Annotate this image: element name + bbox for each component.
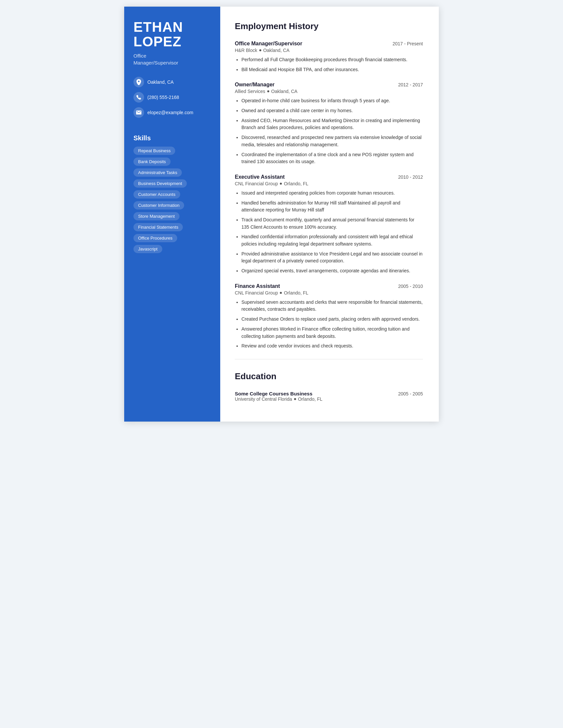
- school-name: University of Central Florida: [235, 396, 292, 402]
- bullet-dot: [267, 90, 269, 92]
- skill-tag: Business Development: [133, 179, 187, 188]
- list-item: Created Purchase Orders to replace used …: [241, 316, 423, 323]
- job-block: Executive Assistant2010 - 2012CNL Financ…: [235, 174, 423, 275]
- job-role: Finance Assistant: [235, 283, 280, 289]
- skill-tag: Customer Accounts: [133, 190, 180, 199]
- edu-school: University of Central Florida Orlando, F…: [235, 396, 423, 402]
- skill-tag: Administrative Tasks: [133, 168, 182, 177]
- education-heading: Education: [235, 371, 423, 384]
- skill-tag: Office Procedures: [133, 234, 177, 242]
- edu-degree: Some College Courses Business: [235, 391, 312, 396]
- last-name: LOPEZ: [133, 34, 181, 49]
- edu-dates: 2005 - 2005: [398, 391, 423, 396]
- main-content: Employment History Office Manager/Superv…: [220, 7, 439, 422]
- list-item: Handled benefits administration for Murr…: [241, 200, 423, 214]
- phone-item: (280) 555-2168: [133, 92, 211, 103]
- list-item: Performed all Full Charge Bookkeeping pr…: [241, 56, 423, 64]
- job-header: Executive Assistant2010 - 2012: [235, 174, 423, 180]
- jobs-container: Office Manager/Supervisor2017 - PresentH…: [235, 41, 423, 350]
- skill-tag: Store Management: [133, 212, 179, 220]
- company-location: Oakland, CA: [271, 89, 298, 94]
- edu-block: Some College Courses Business2005 - 2005…: [235, 391, 423, 402]
- location-item: Oakland, CA: [133, 77, 211, 87]
- skills-list: Repeat BusinessBank DepositsAdministrati…: [133, 147, 211, 253]
- company-location: Oakland, CA: [263, 48, 290, 53]
- list-item: Answered phones Worked in Finance office…: [241, 326, 423, 340]
- list-item: Track and Document monthly, quarterly an…: [241, 216, 423, 231]
- location-text: Oakland, CA: [147, 79, 173, 85]
- skill-tag: Customer Information: [133, 201, 184, 209]
- sidebar: ETHAN LOPEZ Office Manager/Supervisor Oa…: [124, 7, 220, 422]
- skill-tag: Javascript: [133, 245, 162, 253]
- list-item: Handled confidential information profess…: [241, 233, 423, 248]
- bullet-dot: [280, 183, 282, 185]
- job-company: H&R Block Oakland, CA: [235, 48, 423, 53]
- list-item: Organized special events, travel arrange…: [241, 267, 423, 275]
- company-name: CNL Financial Group: [235, 181, 278, 186]
- skill-tag: Repeat Business: [133, 147, 175, 155]
- skills-heading: Skills: [133, 134, 211, 142]
- company-location: Orlando, FL: [284, 181, 308, 186]
- job-company: CNL Financial Group Orlando, FL: [235, 181, 423, 186]
- job-header: Owner/Manager2012 - 2017: [235, 82, 423, 88]
- bullet-dot: [280, 292, 282, 294]
- job-dates: 2017 - Present: [393, 41, 423, 46]
- list-item: Discovered, researched and prospected ne…: [241, 134, 423, 148]
- job-bullets: Performed all Full Charge Bookkeeping pr…: [235, 56, 423, 73]
- job-bullets: Supervised seven accountants and clerks …: [235, 299, 423, 350]
- name-title-block: ETHAN LOPEZ Office Manager/Supervisor: [133, 20, 211, 66]
- list-item: Coordinated the implementation of a time…: [241, 151, 423, 165]
- school-location: Orlando, FL: [298, 396, 323, 402]
- resume-container: ETHAN LOPEZ Office Manager/Supervisor Oa…: [124, 7, 439, 422]
- job-header: Finance Assistant2005 - 2010: [235, 283, 423, 289]
- job-title-line2: Manager/Supervisor: [133, 60, 178, 66]
- list-item: Owned and operated a child care center i…: [241, 107, 423, 114]
- bullet-dot: [294, 398, 296, 400]
- job-role: Executive Assistant: [235, 174, 285, 180]
- edu-header: Some College Courses Business2005 - 2005: [235, 391, 423, 396]
- job-header: Office Manager/Supervisor2017 - Present: [235, 41, 423, 47]
- person-name: ETHAN LOPEZ: [133, 20, 211, 49]
- list-item: Bill Medicaid and Hospice Bill TPA, and …: [241, 66, 423, 73]
- skill-tag: Financial Statements: [133, 223, 183, 231]
- contact-section: Oakland, CA (280) 555-2168 elopez@exampl…: [133, 77, 211, 122]
- job-block: Owner/Manager2012 - 2017Allied Services …: [235, 82, 423, 165]
- employment-heading: Employment History: [235, 21, 423, 33]
- job-dates: 2005 - 2010: [398, 284, 423, 289]
- job-block: Finance Assistant2005 - 2010CNL Financia…: [235, 283, 423, 350]
- company-name: CNL Financial Group: [235, 290, 278, 296]
- email-text: elopez@example.com: [147, 110, 193, 115]
- list-item: Operated in-home child care business for…: [241, 97, 423, 105]
- job-bullets: Issued and interpreted operating policie…: [235, 190, 423, 275]
- company-name: Allied Services: [235, 89, 265, 94]
- phone-text: (280) 555-2168: [147, 95, 179, 100]
- list-item: Assisted CEO, Human Resources and Market…: [241, 117, 423, 131]
- bullet-dot: [259, 49, 261, 51]
- edu-container: Some College Courses Business2005 - 2005…: [235, 391, 423, 402]
- list-item: Supervised seven accountants and clerks …: [241, 299, 423, 313]
- job-role: Office Manager/Supervisor: [235, 41, 303, 47]
- skill-tag: Bank Deposits: [133, 158, 170, 166]
- list-item: Review and code vendor invoices and chec…: [241, 342, 423, 350]
- job-dates: 2012 - 2017: [398, 82, 423, 87]
- education-divider: [235, 359, 423, 359]
- company-location: Orlando, FL: [284, 290, 308, 296]
- job-dates: 2010 - 2012: [398, 174, 423, 180]
- company-name: H&R Block: [235, 48, 257, 53]
- list-item: Issued and interpreted operating policie…: [241, 190, 423, 197]
- email-item: elopez@example.com: [133, 107, 211, 118]
- job-company: Allied Services Oakland, CA: [235, 89, 423, 94]
- job-bullets: Operated in-home child care business for…: [235, 97, 423, 165]
- skills-section: Skills Repeat BusinessBank DepositsAdmin…: [133, 134, 211, 253]
- job-company: CNL Financial Group Orlando, FL: [235, 290, 423, 296]
- phone-icon: [133, 92, 144, 103]
- job-block: Office Manager/Supervisor2017 - PresentH…: [235, 41, 423, 73]
- email-icon: [133, 107, 144, 118]
- first-name: ETHAN: [133, 19, 183, 35]
- job-role: Owner/Manager: [235, 82, 274, 88]
- job-title: Office Manager/Supervisor: [133, 52, 211, 66]
- job-title-line1: Office: [133, 53, 146, 59]
- location-icon: [133, 77, 144, 87]
- list-item: Provided administrative assistance to Vi…: [241, 250, 423, 265]
